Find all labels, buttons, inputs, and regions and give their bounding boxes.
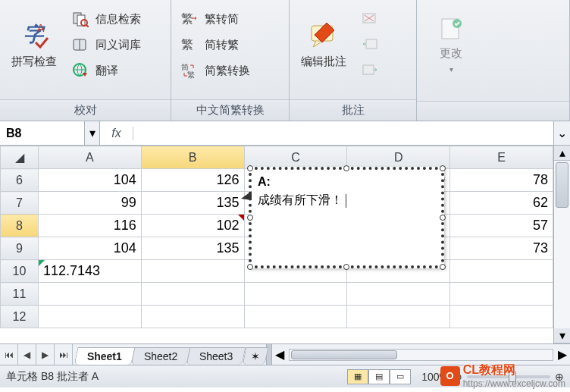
cell[interactable]: 104 — [39, 169, 142, 192]
cell[interactable] — [244, 283, 347, 306]
prev-comment-icon — [359, 36, 381, 54]
ribbon-group-changes: 更改 ▾ — [417, 0, 570, 121]
cell[interactable] — [347, 306, 450, 328]
grid[interactable]: ◢ A B C D E 6 104 126 104 79 78 7 99 135 — [0, 146, 553, 343]
convert-icon: 简繁 — [179, 61, 200, 80]
cell[interactable]: 126 — [141, 169, 244, 192]
scroll-track[interactable] — [554, 161, 570, 328]
dropdown-icon: ▾ — [449, 65, 453, 74]
resize-handle[interactable] — [343, 264, 349, 270]
resize-handle[interactable] — [247, 165, 253, 171]
cell[interactable]: 135 — [141, 237, 244, 260]
horizontal-scrollbar[interactable]: ◀ ▶ — [272, 344, 570, 365]
view-layout-button[interactable]: ▤ — [368, 369, 390, 384]
resize-handle[interactable] — [440, 264, 446, 270]
spelling-button[interactable]: 字A 拼写检查 — [5, 6, 64, 82]
cell[interactable]: 102 — [141, 215, 244, 237]
cell[interactable]: 135 — [141, 192, 244, 215]
formula-input[interactable] — [133, 121, 553, 145]
simp-to-trad-icon: 繁 — [179, 36, 200, 54]
next-comment-icon — [359, 61, 381, 80]
scroll-thumb[interactable] — [291, 350, 397, 359]
cell[interactable]: 62 — [450, 192, 553, 215]
cell[interactable]: 112.7143 — [39, 260, 142, 283]
cell[interactable]: 116 — [39, 215, 142, 237]
cell[interactable]: 78 — [450, 169, 553, 192]
resize-handle[interactable] — [247, 215, 253, 221]
col-header[interactable]: C — [244, 146, 347, 169]
zoom-knob[interactable] — [509, 372, 516, 382]
svg-text:繁: 繁 — [187, 71, 195, 79]
ribbon-group-chinese: 繁 繁转简 繁 简转繁 简繁 简繁转换 中文简繁转换 — [171, 0, 290, 121]
edit-comment-button[interactable]: 编辑批注 — [294, 6, 353, 82]
cell[interactable] — [141, 260, 244, 283]
new-sheet-tab[interactable]: ✶ — [242, 347, 268, 365]
col-header[interactable]: B — [141, 146, 244, 169]
resize-handle[interactable] — [343, 165, 349, 171]
name-box[interactable]: B8 — [0, 121, 85, 145]
trad-to-simp-button[interactable]: 繁 繁转简 — [176, 9, 253, 29]
research-button[interactable]: 信息检索 — [67, 9, 144, 29]
sheet-tab[interactable]: Sheet1 — [74, 347, 136, 365]
thesaurus-icon — [70, 36, 91, 54]
row-header[interactable]: 7 — [1, 192, 39, 215]
tab-nav-prev[interactable]: ◀ — [18, 344, 36, 365]
view-pagebreak-button[interactable]: ▭ — [390, 369, 411, 384]
cell[interactable]: 73 — [450, 237, 553, 260]
zoom-slider[interactable] — [467, 375, 550, 378]
row-header[interactable]: 11 — [1, 283, 39, 306]
row-header[interactable]: 10 — [1, 260, 39, 283]
row-header[interactable]: 6 — [1, 169, 39, 192]
tab-nav-last[interactable]: ⏭ — [55, 344, 73, 365]
cell[interactable] — [244, 306, 347, 328]
cell[interactable] — [39, 306, 142, 328]
comments-group-label: 批注 — [290, 99, 416, 121]
convert-button[interactable]: 简繁 简繁转换 — [176, 61, 253, 80]
select-all-corner[interactable]: ◢ — [1, 146, 39, 169]
fx-icon[interactable]: fx — [100, 127, 133, 140]
tab-nav-first[interactable]: ⏮ — [0, 344, 18, 365]
scroll-thumb[interactable] — [556, 162, 568, 208]
cell[interactable] — [39, 283, 142, 306]
scroll-right-button[interactable]: ▶ — [555, 347, 570, 362]
row-header[interactable]: 9 — [1, 237, 39, 260]
cell[interactable] — [450, 260, 553, 283]
formula-bar-expand[interactable]: ⌄ — [553, 121, 570, 145]
translate-button[interactable]: 翻译 — [67, 61, 144, 80]
scroll-up-button[interactable]: ▴ — [554, 146, 570, 161]
comment-box[interactable]: A: 成绩有所下滑！ — [249, 167, 444, 268]
table-row: 12 — [1, 306, 553, 328]
cell[interactable] — [141, 306, 244, 328]
cell[interactable] — [450, 283, 553, 306]
cell[interactable] — [347, 283, 450, 306]
scroll-down-button[interactable]: ▾ — [554, 328, 570, 343]
col-header[interactable]: A — [39, 146, 142, 169]
resize-handle[interactable] — [247, 264, 253, 270]
name-box-dropdown[interactable]: ▾ — [85, 121, 100, 145]
zoom-in-button[interactable]: ⊕ — [555, 371, 564, 383]
zoom-out-button[interactable]: ⊖ — [453, 371, 462, 383]
cell[interactable] — [141, 283, 244, 306]
zoom-level[interactable]: 100% — [421, 371, 449, 383]
col-header[interactable]: D — [347, 146, 450, 169]
resize-handle[interactable] — [440, 165, 446, 171]
row-header[interactable]: 12 — [1, 306, 39, 328]
edit-comment-label: 编辑批注 — [301, 55, 346, 69]
row-header[interactable]: 8 — [1, 215, 39, 237]
simp-to-trad-button[interactable]: 繁 简转繁 — [176, 35, 253, 55]
view-normal-button[interactable]: ▦ — [347, 369, 368, 384]
sheet-tab[interactable]: Sheet2 — [130, 347, 190, 365]
scroll-left-button[interactable]: ◀ — [272, 347, 287, 362]
resize-handle[interactable] — [440, 215, 446, 221]
col-header[interactable]: E — [450, 146, 553, 169]
translate-icon — [70, 61, 91, 80]
cell[interactable]: 57 — [450, 215, 553, 237]
thesaurus-button[interactable]: 同义词库 — [67, 35, 144, 55]
cell[interactable]: 99 — [39, 192, 142, 215]
vertical-scrollbar[interactable]: ▴ ▾ — [553, 146, 570, 343]
sheet-tab[interactable]: Sheet3 — [186, 347, 246, 365]
cell[interactable] — [450, 306, 553, 328]
tab-nav-next[interactable]: ▶ — [36, 344, 55, 365]
cell[interactable]: 104 — [39, 237, 142, 260]
trad-to-simp-icon: 繁 — [179, 10, 200, 28]
